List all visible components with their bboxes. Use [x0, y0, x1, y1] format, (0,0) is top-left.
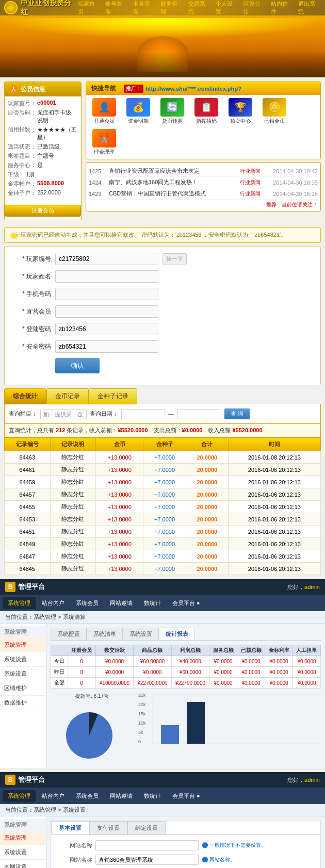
stats-col-active: 数交活跃	[95, 645, 133, 656]
sys-input-0[interactable]	[95, 840, 199, 850]
nav-account[interactable]: 账号管理	[105, 0, 127, 15]
inner-tab-settings[interactable]: 系统设置	[123, 628, 159, 640]
table-row: 64847 静志分红 +13.0000 +7.0000 20.0000 2016…	[5, 550, 321, 563]
quick-icon-exchange[interactable]: 🔄 货币转赛	[157, 98, 187, 125]
admin-nav-member-platform-1[interactable]: 会员平台 ●	[167, 597, 205, 609]
form-row-name: * 玩家姓名	[15, 270, 310, 283]
sidebar2-item-inner-settings[interactable]: 内网设置	[0, 860, 46, 868]
sidebar-item-data[interactable]: 数据维护	[0, 696, 46, 710]
safe-password-input[interactable]	[55, 340, 158, 353]
sidebar2-item-sys-settings[interactable]: 系统设置	[0, 845, 46, 860]
promo-label: 推广：	[124, 85, 143, 93]
nav-trade[interactable]: 交易系统	[188, 0, 210, 15]
summary-text: 直询统计，总共有 212 条记录，收入总额：¥5520.0000，支出总额：¥0…	[9, 427, 263, 433]
inner-tab-report[interactable]: 统计报表	[159, 628, 195, 640]
membership-icon: 👤	[92, 98, 116, 117]
y-label-20k: 20k	[138, 702, 146, 707]
sys-row-0: 网站名称 🔵 一般情况下不需要设置。	[56, 840, 315, 850]
nav-logout[interactable]: 退出系统	[298, 0, 320, 15]
stats-col-period	[51, 645, 68, 656]
promo-url[interactable]: http://www.shui****.com/index.php?	[145, 86, 241, 92]
quick-icon-gold-coins[interactable]: 🪙 已铅金币	[259, 98, 289, 125]
top-navigation: 中亚亚创投资分红 玩家首页 账号管理 业务管理 财务管理 交易系统 个人设置 玩…	[0, 0, 325, 15]
news-section: 1425 直销行业资讯配置应应该金市未次定 行业新闻 2014-04-30 18…	[86, 162, 321, 211]
admin2-nav-invite[interactable]: 网站邀请	[105, 790, 138, 802]
admin-content-2: 基本设置 支付设置 绑定设置 网站名称 🔵 一般情况下不需要设置。 网站名称 🔵…	[46, 816, 325, 868]
tabs-section: 综合统计 金币记录 金种子记录 查询栏目： 查询日期： — 查 询 直询统计，总…	[4, 388, 321, 575]
query-input[interactable]	[40, 409, 87, 419]
nav-finance[interactable]: 财务管理	[160, 0, 183, 15]
admin-topbar-right-1: 您好，admin	[287, 583, 320, 591]
form-row-id: * 玩家编号 算一下	[15, 253, 310, 265]
admin-logo-1: B 管理平台	[5, 582, 45, 592]
admin2-nav-member-platform[interactable]: 会员平台 ●	[167, 790, 205, 802]
quick-icon-auction[interactable]: 🏆 拍卖中心	[225, 98, 255, 125]
sidebar-item-sys-mgmt[interactable]: 系统管理	[0, 638, 46, 652]
sidebar-item-sys-settings2[interactable]: 系统设置	[0, 667, 46, 681]
admin-topbar-2: B 管理平台 您好，admin	[0, 772, 325, 788]
bar-1	[161, 725, 179, 744]
news-item-0[interactable]: 1425 直销行业资讯配置应应该金市未次定 行业新闻 2014-04-30 18…	[89, 166, 318, 177]
query-label: 查询栏目：	[9, 410, 37, 418]
admin-nav-stats-1[interactable]: 数统计	[139, 597, 166, 609]
gold-coins-icon: 🪙	[263, 98, 286, 117]
table-row: 64461 静志分红 +13.0000 +7.0000 20.0000 2016…	[5, 464, 321, 476]
user-field-code: 自否号码： 无症初字卡级 说明	[8, 109, 78, 124]
nav-business[interactable]: 业务管理	[133, 0, 155, 15]
tab-coins[interactable]: 金币记录	[46, 388, 89, 404]
admin-main-nav-1: 系统管理 站台内户 系统会员 网站邀请 数统计 会员平台 ●	[0, 595, 325, 611]
news-item-1[interactable]: 1424 南宁、武汉多地160同光工程发热！ 行业新闻 2014-04-30 1…	[89, 177, 318, 188]
quick-icon-manage[interactable]: ✂️ 理金理理	[89, 129, 119, 156]
register-button[interactable]: 注册会员	[5, 205, 81, 217]
login-password-input[interactable]	[55, 323, 158, 335]
player-name-input[interactable]	[55, 270, 158, 283]
player-id-input[interactable]	[55, 253, 158, 265]
col-time: 时间	[228, 438, 320, 451]
calculate-button[interactable]: 算一下	[163, 253, 187, 265]
inner-tab-config[interactable]: 系统配置	[51, 628, 87, 640]
table-row: 64455 静志分红 +13.0000 +7.0000 20.0000 2016…	[5, 501, 321, 513]
quick-icon-funds[interactable]: 💰 资金明期	[123, 98, 153, 125]
user-field-credit: 信用指数： ★★★★★（五星）	[8, 126, 78, 141]
tab-summary[interactable]: 综合统计	[4, 388, 46, 404]
form-tab-basic[interactable]: 基本设置	[51, 821, 89, 834]
quick-icon-membership[interactable]: 👤 开通会员	[89, 98, 119, 125]
nav-message[interactable]: 站内信件	[271, 0, 293, 15]
y-axis-labels: 25k 20k 15k 10k 5k 0	[138, 693, 146, 744]
admin-nav-members-1[interactable]: 系统会员	[71, 597, 104, 609]
user-field-sub: 下级： 1册	[8, 171, 78, 178]
user-info-body: 玩家室号： e00001 自否号码： 无症初字卡级 说明 信用指数： ★★★★★…	[5, 96, 81, 202]
form-tab-bind[interactable]: 绑定设置	[127, 821, 166, 834]
nav-notice[interactable]: 玩家公告	[243, 0, 266, 15]
sys-input-1[interactable]	[95, 855, 199, 865]
sidebar-item-sys-settings[interactable]: 系统设置	[0, 652, 46, 667]
admin-nav-station-1[interactable]: 站台内户	[37, 597, 70, 609]
sidebar2-item-sys-mgmt[interactable]: 系统管理	[0, 831, 46, 845]
admin2-nav-members[interactable]: 系统会员	[71, 790, 104, 802]
nav-home[interactable]: 玩家首页	[78, 0, 100, 15]
admin2-nav-system[interactable]: 系统管理	[3, 790, 36, 802]
table-row: 64451 静志分红 +13.0000 +7.0000 20.0000 2016…	[5, 526, 321, 538]
query-date-to[interactable]	[177, 409, 221, 419]
pie-chart: 提款率: 6.17%	[51, 693, 133, 760]
direct-member-input[interactable]	[55, 305, 158, 318]
confirm-button[interactable]: 确认	[55, 358, 100, 373]
admin-nav-system-1[interactable]: 系统管理	[3, 597, 36, 609]
inner-tab-list[interactable]: 系统清单	[87, 628, 123, 640]
user-field-theme: 帐签题目： 主题号	[8, 152, 78, 160]
sidebar-item-region[interactable]: 区域维护	[0, 681, 46, 696]
stats-col-checked: 已核总额	[237, 645, 265, 656]
nav-settings[interactable]: 个人设置	[216, 0, 238, 15]
nav-links: 玩家首页 账号管理 业务管理 财务管理 交易系统 个人设置 玩家公告 站内信件 …	[78, 0, 321, 15]
query-button[interactable]: 查 询	[224, 408, 250, 419]
news-item-2[interactable]: 1423 CBD营销：中国直销行旧管代渠道模式 行业新闻 2014-04-30 …	[89, 188, 318, 200]
admin-nav-invite-1[interactable]: 网站邀请	[105, 597, 138, 609]
tab-seeds[interactable]: 金种子记录	[89, 388, 137, 404]
quick-icon-invite[interactable]: 📋 指挥招码	[191, 98, 221, 125]
phone-input[interactable]	[55, 288, 158, 300]
form-tab-payment[interactable]: 支付设置	[89, 821, 127, 834]
admin2-nav-station[interactable]: 站台内户	[37, 790, 70, 802]
query-date-from[interactable]	[121, 409, 165, 419]
user-panel-title: 公员信息	[21, 85, 45, 94]
admin2-nav-stats[interactable]: 数统计	[139, 790, 166, 802]
